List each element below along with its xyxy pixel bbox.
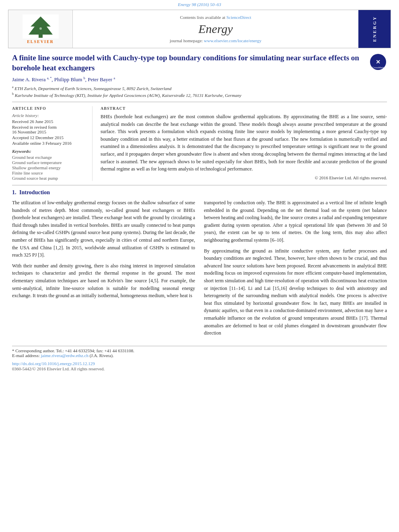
bottom-links: http://dx.doi.org/10.1016/j.energy.2015.…: [12, 361, 387, 371]
abstract-heading: Abstract: [101, 106, 387, 111]
keywords-label: Keywords:: [12, 149, 86, 154]
journal-reference: Energy 98 (2016) 50–63: [178, 2, 221, 7]
journal-thumb-label: ENERGY: [372, 16, 377, 42]
accepted-date: Accepted 12 December 2015: [12, 135, 86, 140]
intro-p3: transported by conduction only. The BHE …: [204, 199, 387, 244]
journal-header: ELSEVIER Contents lists available at Sci…: [8, 10, 391, 48]
affiliation-b: b Karlsruhe Institute of Technology (KIT…: [12, 92, 387, 99]
revised-date: 16 November 2015: [12, 129, 86, 134]
issn-line: 0360-5442/© 2016 Elsevier Ltd. All right…: [12, 366, 387, 371]
svg-text:CrossMark: CrossMark: [372, 66, 384, 69]
revised-label: Received in revised form: [12, 125, 86, 129]
footnote-area: * Corresponding author. Tel.: +41 44 633…: [12, 346, 387, 358]
svg-point-3: [39, 27, 42, 30]
abstract-text: BHEs (borehole heat exchangers) are the …: [101, 113, 387, 173]
article-history-label: Article history:: [12, 113, 86, 118]
contents-line: Contents lists available at ScienceDirec…: [180, 15, 251, 20]
elsevier-tree-logo: [23, 14, 59, 39]
affiliation-a: a ETH Zurich, Department of Earth Scienc…: [12, 85, 387, 92]
intro-left-col: The utilization of low-enthalpy geotherm…: [12, 199, 195, 340]
keyword-1: Ground heat exchange: [12, 155, 86, 160]
authors-line: Jaime A. Rivera a, *, Philipp Blum b, Pe…: [12, 76, 387, 82]
svg-rect-2: [39, 35, 43, 38]
keyword-3: Shallow geothermal energy: [12, 165, 86, 170]
journal-thumb-area: ENERGY: [358, 10, 391, 48]
homepage-url[interactable]: www.elsevier.com/locate/energy: [204, 38, 261, 43]
received-date: Received 26 June 2015: [12, 119, 86, 124]
available-date: Available online 3 February 2016: [12, 141, 86, 146]
intro-right-col: transported by conduction only. The BHE …: [204, 199, 387, 340]
article-info-column: Article Info Article history: Received 2…: [12, 106, 93, 181]
elsevier-wordmark: ELSEVIER: [27, 39, 54, 44]
article-body: Article Info Article history: Received 2…: [12, 106, 387, 181]
abstract-copyright: © 2016 Elsevier Ltd. All rights reserved…: [101, 175, 387, 180]
keyword-4: Finite line source: [12, 170, 86, 175]
email-line: E-mail address: jaime.rivera@erdw.ethz.c…: [12, 353, 387, 358]
top-bar: Energy 98 (2016) 50–63: [0, 0, 399, 8]
article-info-heading: Article Info: [12, 106, 86, 111]
journal-name: Energy: [198, 22, 233, 36]
intro-two-col: The utilization of low-enthalpy geotherm…: [12, 199, 387, 340]
elsevier-logo-area: ELSEVIER: [8, 10, 73, 48]
doi-link[interactable]: http://dx.doi.org/10.1016/j.energy.2015.…: [12, 361, 387, 366]
divider-2: [12, 185, 387, 185]
journal-center-area: Contents lists available at ScienceDirec…: [73, 10, 358, 48]
journal-homepage: journal homepage: www.elsevier.com/locat…: [170, 38, 261, 43]
main-content: A finite line source model with Cauchy-t…: [0, 51, 399, 375]
affiliations: a ETH Zurich, Department of Earth Scienc…: [12, 85, 387, 99]
keyword-2: Ground surface temperature: [12, 160, 86, 165]
intro-p4: By approximating the ground as infinite …: [204, 247, 387, 337]
crossmark-logo: ✕ CrossMark: [369, 53, 387, 71]
introduction-section: 1. Introduction The utilization of low-e…: [12, 189, 387, 340]
keyword-5: Ground source heat pump: [12, 176, 86, 181]
intro-p2: With their number and density growing, t…: [12, 262, 195, 300]
article-title: A finite line source model with Cauchy-t…: [12, 53, 365, 73]
svg-text:✕: ✕: [376, 59, 380, 65]
divider-1: [12, 102, 387, 102]
sciencedirect-link[interactable]: ScienceDirect: [226, 15, 251, 20]
intro-p1: The utilization of low-enthalpy geotherm…: [12, 199, 195, 259]
corresponding-author-note: * Corresponding author. Tel.: +41 44 633…: [12, 348, 387, 353]
intro-heading: 1. Introduction: [12, 189, 387, 196]
abstract-column: Abstract BHEs (borehole heat exchangers)…: [101, 106, 387, 181]
author-email[interactable]: jaime.rivera@erdw.ethz.ch: [41, 353, 88, 358]
